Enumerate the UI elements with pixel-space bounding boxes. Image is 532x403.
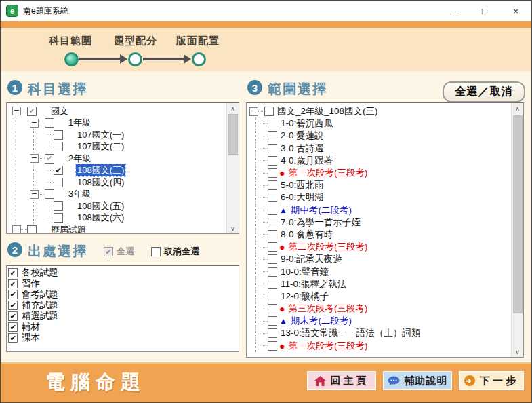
tree-label[interactable]: 10-0:聲音鐘 — [279, 266, 330, 278]
tree-checkbox[interactable] — [268, 280, 277, 289]
subject-tree-item[interactable]: 國文 — [7, 105, 227, 117]
tree-label[interactable]: 108國文(四) — [76, 176, 125, 189]
subject-tree-item[interactable]: 107國文(一) — [7, 129, 227, 141]
tree-checkbox[interactable] — [268, 206, 277, 215]
tree-checkbox[interactable] — [54, 142, 63, 151]
tree-label[interactable]: 108國文(六) — [76, 212, 125, 224]
tree-checkbox[interactable] — [268, 254, 277, 264]
tree-label[interactable]: 4-0:歲月跟著 — [279, 155, 334, 167]
deselect-all-checkbox[interactable]: 取消全選 — [151, 246, 199, 258]
subject-tree-item[interactable]: 108國文(三) — [7, 165, 227, 177]
tree-checkbox[interactable] — [268, 341, 277, 351]
range-tree-item[interactable]: 1-0:碧沉西瓜 — [247, 117, 512, 130]
range-tree-item[interactable]: 8-0:食蔥有時 — [247, 229, 512, 241]
tree-label[interactable]: 107國文(二) — [76, 140, 125, 153]
tree-label[interactable]: 6-0:大明湖 — [279, 191, 325, 204]
source-checkbox[interactable] — [8, 268, 18, 277]
scrollbar-thumb[interactable] — [228, 114, 238, 155]
tree-label[interactable]: 108國文(五) — [76, 200, 125, 212]
tree-label[interactable]: 2年級 — [67, 153, 92, 165]
scroll-down-icon[interactable]: ∨ — [512, 347, 523, 357]
collapse-icon[interactable] — [30, 119, 39, 128]
minimize-button[interactable]: – — [438, 1, 469, 21]
subject-tree-scrollbar[interactable]: ∧ ∨ — [226, 103, 239, 233]
close-button[interactable]: × — [500, 1, 531, 21]
scroll-down-icon[interactable]: ∨ — [227, 223, 239, 233]
range-tree-item[interactable]: 3-0:古詩選 — [247, 142, 512, 155]
tree-checkbox[interactable] — [268, 304, 277, 313]
tree-label[interactable]: 9-0:記承天夜遊 — [279, 253, 344, 265]
maximize-button[interactable]: □ — [469, 1, 500, 21]
tree-checkbox[interactable] — [268, 168, 277, 178]
help-button[interactable]: 輔助說明 — [383, 371, 452, 390]
step-circle-2[interactable] — [128, 52, 142, 66]
subject-tree-item[interactable]: 108國文(六) — [7, 212, 227, 225]
tree-label[interactable]: 第三次段考(三段考) — [287, 303, 369, 315]
tree-checkbox[interactable] — [27, 107, 37, 116]
tree-checkbox[interactable] — [264, 107, 274, 116]
tree-label[interactable]: 國文_2年級_108國文(三) — [276, 105, 380, 117]
tree-label[interactable]: 第一次段考(三段考) — [287, 167, 369, 179]
step-circle-active[interactable] — [64, 52, 79, 66]
tree-label[interactable]: 3年級 — [67, 188, 92, 200]
tree-checkbox[interactable] — [45, 189, 54, 199]
range-tree-item[interactable]: ▲期末考(二段考) — [247, 315, 512, 327]
range-tree-item[interactable]: ▲期中考(二段考) — [247, 204, 512, 216]
range-tree-item[interactable]: 7-0:為學一首示子姪 — [247, 216, 512, 229]
tree-checkbox[interactable] — [268, 193, 277, 202]
range-tree-item[interactable]: 13-0:語文常識一 語法（上）詞類 — [247, 327, 512, 339]
tree-checkbox[interactable] — [54, 213, 63, 223]
source-checkbox[interactable] — [8, 290, 18, 299]
tree-checkbox[interactable] — [45, 118, 54, 128]
scroll-up-icon[interactable]: ∧ — [227, 103, 239, 113]
tree-checkbox[interactable] — [268, 242, 277, 252]
subject-tree-item[interactable]: 3年級 — [7, 189, 227, 201]
tree-checkbox[interactable] — [268, 156, 277, 166]
tree-checkbox[interactable] — [268, 218, 277, 227]
tree-checkbox[interactable] — [54, 178, 63, 187]
tree-checkbox[interactable] — [268, 230, 277, 239]
subject-tree-item[interactable]: 108國文(五) — [7, 200, 227, 212]
tree-checkbox[interactable] — [268, 292, 277, 301]
source-list-item[interactable]: 會考試題 — [8, 289, 237, 300]
subject-tree-item[interactable]: 1年級 — [7, 117, 227, 130]
range-tree-item[interactable]: 4-0:歲月跟著 — [247, 155, 512, 167]
collapse-icon[interactable] — [30, 154, 39, 163]
range-tree-item[interactable]: 5-0:西北雨 — [247, 179, 512, 191]
tree-label[interactable]: 3-0:古詩選 — [279, 142, 325, 155]
source-checkbox[interactable] — [8, 301, 18, 310]
tree-checkbox[interactable] — [268, 180, 277, 190]
range-tree-root[interactable]: 國文_2年級_108國文(三) — [247, 105, 512, 117]
tree-label[interactable]: 第二次段考(三段考) — [287, 241, 369, 253]
tree-label[interactable]: 第一次段考(三段考) — [287, 340, 369, 352]
step-circle-3[interactable] — [192, 52, 206, 66]
tree-label[interactable]: 11-0:張釋之執法 — [279, 278, 348, 290]
tree-label[interactable]: 2-0:愛蓮說 — [279, 130, 325, 142]
subject-tree-item[interactable]: 2年級 — [7, 153, 227, 165]
tree-checkbox[interactable] — [54, 130, 63, 140]
subject-tree-item[interactable]: 107國文(二) — [7, 141, 227, 153]
collapse-icon[interactable] — [249, 107, 258, 116]
tree-label[interactable]: 13-0:語文常識一 語法（上）詞類 — [279, 327, 422, 339]
collapse-icon[interactable] — [12, 225, 21, 234]
range-tree-item[interactable]: 10-0:聲音鐘 — [247, 265, 512, 277]
next-button[interactable]: ➜ 下一步 — [459, 371, 524, 390]
tree-checkbox[interactable] — [54, 166, 63, 175]
source-list-item[interactable]: 輔材 — [8, 322, 237, 332]
toggle-select-all-button[interactable]: 全選／取消 — [443, 81, 525, 102]
source-list-item[interactable]: 精選試題 — [8, 311, 237, 322]
range-tree-item[interactable]: 6-0:大明湖 — [247, 191, 512, 204]
checkbox-icon[interactable] — [104, 247, 113, 256]
tree-label[interactable]: 期末考(二段考) — [289, 315, 353, 327]
tree-checkbox[interactable] — [268, 144, 277, 153]
range-tree-item[interactable]: ●第一次段考(三段考) — [247, 340, 512, 352]
range-tree-scrollbar[interactable]: ∧ ∨ — [511, 103, 523, 357]
range-tree-item[interactable]: ●第二次段考(三段考) — [247, 241, 512, 253]
tree-label[interactable]: 期中考(二段考) — [289, 204, 353, 216]
tree-label[interactable]: 歷屆試題 — [49, 224, 87, 234]
tree-label[interactable]: 國文 — [49, 105, 70, 117]
tree-label[interactable]: 108國文(三) — [76, 164, 125, 176]
source-list-item[interactable]: 課本 — [8, 332, 237, 343]
collapse-icon[interactable] — [30, 190, 39, 199]
range-tree-item[interactable]: 12-0:酸橘子 — [247, 290, 512, 303]
